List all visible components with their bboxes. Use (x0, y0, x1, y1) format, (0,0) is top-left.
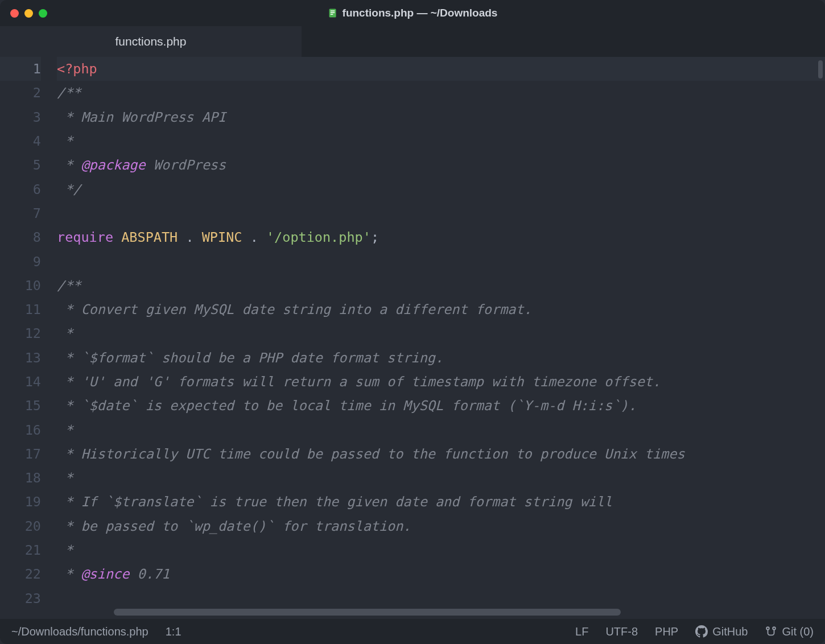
traffic-lights (10, 9, 47, 18)
line-number: 5 (0, 153, 41, 177)
line-number: 1 (0, 57, 41, 81)
code-line[interactable]: * (57, 129, 825, 153)
line-number: 16 (0, 418, 41, 441)
horizontal-scrollbar-thumb[interactable] (114, 609, 621, 616)
github-icon (695, 625, 708, 638)
maximize-window-button[interactable] (39, 9, 47, 18)
status-git[interactable]: Git (0) (765, 625, 814, 638)
tab-bar: functions.php (0, 26, 825, 57)
line-number: 22 (0, 562, 41, 586)
horizontal-scrollbar[interactable] (114, 609, 818, 616)
status-github-label: GitHub (712, 625, 748, 638)
code-line[interactable] (57, 201, 825, 225)
tab-functions-php[interactable]: functions.php (0, 26, 302, 57)
code-line[interactable]: */ (57, 177, 825, 201)
status-cursor-position[interactable]: 1:1 (166, 625, 182, 638)
line-number: 20 (0, 514, 41, 538)
code-line[interactable]: require ABSPATH . WPINC . '/option.php'; (57, 225, 825, 249)
svg-rect-2 (331, 13, 335, 14)
status-bar: ~/Downloads/functions.php 1:1 LF UTF-8 P… (0, 619, 825, 644)
code-line[interactable]: /** (57, 81, 825, 105)
code-line[interactable]: * Main WordPress API (57, 105, 825, 129)
titlebar: functions.php — ~/Downloads (0, 0, 825, 26)
line-number: 8 (0, 225, 41, 249)
code-line[interactable]: * @since 0.71 (57, 562, 825, 586)
line-number: 18 (0, 466, 41, 490)
tab-label: functions.php (116, 35, 187, 48)
line-number: 19 (0, 490, 41, 514)
code-line[interactable]: * be passed to `wp_date()` for translati… (57, 514, 825, 538)
vertical-scrollbar-thumb[interactable] (818, 60, 823, 79)
code-line[interactable]: * Historically UTC time could be passed … (57, 442, 825, 466)
php-file-icon (328, 8, 338, 18)
status-github[interactable]: GitHub (695, 625, 748, 638)
svg-rect-3 (331, 14, 333, 15)
line-number: 10 (0, 274, 41, 298)
line-number: 12 (0, 321, 41, 345)
code-content: <?php/** * Main WordPress API * * @packa… (57, 57, 825, 610)
status-language[interactable]: PHP (655, 625, 678, 638)
line-number-gutter: 1234567891011121314151617181920212223 (0, 57, 57, 619)
code-line[interactable]: * Convert given MySQL date string into a… (57, 298, 825, 321)
window-title: functions.php — ~/Downloads (328, 7, 498, 19)
svg-point-4 (767, 627, 770, 630)
git-branch-icon (765, 625, 777, 638)
close-window-button[interactable] (10, 9, 19, 18)
status-encoding[interactable]: UTF-8 (605, 625, 638, 638)
line-number: 3 (0, 105, 41, 129)
line-number: 9 (0, 249, 41, 273)
code-line[interactable]: * (57, 538, 825, 562)
code-line[interactable]: * If `$translate` is true then the given… (57, 490, 825, 514)
code-line[interactable] (57, 249, 825, 273)
minimize-window-button[interactable] (24, 9, 33, 18)
status-line-ending[interactable]: LF (575, 625, 588, 638)
code-line[interactable]: * (57, 321, 825, 345)
line-number: 4 (0, 129, 41, 153)
line-number: 17 (0, 442, 41, 466)
code-line[interactable]: * 'U' and 'G' formats will return a sum … (57, 370, 825, 394)
line-number: 7 (0, 201, 41, 225)
editor-area[interactable]: 1234567891011121314151617181920212223 <?… (0, 57, 825, 619)
svg-rect-1 (331, 11, 335, 12)
line-number: 11 (0, 298, 41, 321)
code-line[interactable]: * (57, 466, 825, 490)
line-number: 21 (0, 538, 41, 562)
line-number: 14 (0, 370, 41, 394)
code-line[interactable]: * `$format` should be a PHP date format … (57, 346, 825, 370)
code-line[interactable]: * @package WordPress (57, 153, 825, 177)
line-number: 15 (0, 394, 41, 418)
status-git-label: Git (0) (782, 625, 814, 638)
window-title-text: functions.php — ~/Downloads (343, 7, 498, 19)
code-line[interactable]: /** (57, 274, 825, 298)
line-number: 6 (0, 177, 41, 201)
code-line[interactable] (57, 587, 825, 610)
code-line[interactable]: * (57, 418, 825, 441)
code-line[interactable]: <?php (57, 57, 825, 81)
code-line[interactable]: * `$date` is expected to be local time i… (57, 394, 825, 418)
status-file-path[interactable]: ~/Downloads/functions.php (11, 625, 148, 638)
line-number: 23 (0, 587, 41, 610)
line-number: 13 (0, 346, 41, 370)
line-number: 2 (0, 81, 41, 105)
editor-window: functions.php — ~/Downloads functions.ph… (0, 0, 825, 644)
svg-point-5 (773, 627, 776, 630)
code-area[interactable]: <?php/** * Main WordPress API * * @packa… (57, 57, 825, 619)
